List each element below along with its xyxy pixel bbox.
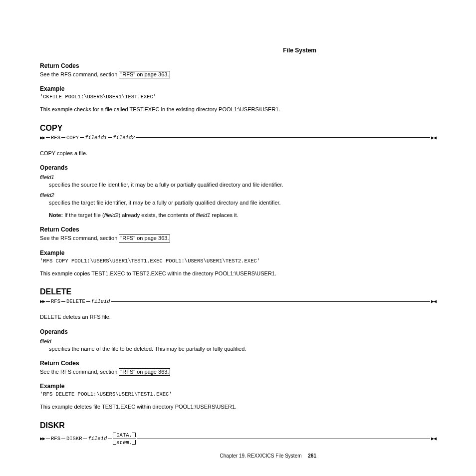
page-number: 261 [308,453,316,459]
return-codes-text: See the RFS command, section "RFS" on pa… [40,368,436,376]
link-rfs-363[interactable]: "RFS" on page 363. [119,368,170,376]
rc-text: See the RFS command, section [40,235,119,241]
return-codes-text: See the RFS command, section "RFS" on pa… [40,235,436,242]
syntax-opt1: DATA. [116,432,132,438]
link-rfs-363[interactable]: "RFS" on page 363. [119,71,170,78]
return-codes-heading: Return Codes [40,62,436,69]
rc-text: See the RFS command, section [40,369,119,375]
delete-desc: DELETE deletes an RFS file. [40,313,436,321]
example-desc: This example copies TEST1.EXEC to TEST2.… [40,270,436,277]
delete-heading: DELETE [40,287,436,296]
example-code: 'CKFILE POOL1:\USERS\USER1\TEST.EXEC' [40,94,436,100]
operand-note: Note: If the target file (fileid2) alrea… [49,212,436,219]
note-op1: fileid1 [196,212,211,218]
operands-list: fileid specifies the name of the file to… [40,338,436,353]
syntax-op2: fileid2 [113,135,135,141]
running-header: File System [283,47,316,54]
return-codes-text: See the RFS command, section "RFS" on pa… [40,71,436,78]
return-codes-heading: Return Codes [40,360,436,367]
example-code: 'RFS DELETE POOL1:\USERS\USER1\TEST1.EXE… [40,391,436,397]
return-codes-heading: Return Codes [40,226,436,233]
operands-heading: Operands [40,328,436,335]
copy-syntax: ▶▶ RFS COPY fileid1 fileid2 ▶◀ [40,135,436,141]
example-desc: This example deletes file TEST1.EXEC wit… [40,403,436,411]
syntax-op1: fileid [88,436,107,442]
content: Return Codes See the RFS command, sectio… [40,62,436,446]
syntax-cmd: DELETE [66,298,85,304]
syntax-opt2: stem. [116,440,132,446]
operand-def: specifies the target file identifier, it… [49,199,436,207]
syntax-options: DATA. stem. [113,432,136,446]
syntax-prefix: RFS [51,436,60,442]
copy-desc: COPY copies a file. [40,150,436,157]
syntax-end-icon: ▶◀ [431,436,436,442]
operand-term: fileid1 [40,174,436,180]
example-heading: Example [40,383,436,390]
operand-term: fileid [40,338,436,344]
syntax-op1: fileid1 [85,135,107,141]
syntax-start-icon: ▶▶ [40,298,45,304]
delete-syntax: ▶▶ RFS DELETE fileid ▶◀ [40,298,436,304]
syntax-end-icon: ▶◀ [431,298,436,304]
note-op2: fileid2 [104,212,119,218]
diskr-syntax: ▶▶ RFS DISKR fileid DATA. stem. [40,432,436,446]
example-code: 'RFS COPY POOL1:\USERS\USER1\TEST1.EXEC … [40,258,436,264]
link-rfs-363[interactable]: "RFS" on page 363. [119,235,170,242]
note-pre: If the target file ( [63,212,104,218]
diskr-heading: DISKR [40,421,436,430]
operands-heading: Operands [40,164,436,171]
example-desc: This example checks for a file called TE… [40,106,436,113]
example-heading: Example [40,85,436,92]
syntax-cmd: DISKR [66,436,82,442]
note-post: replaces it. [210,212,238,218]
syntax-end-icon: ▶◀ [431,135,436,141]
example-heading: Example [40,249,436,256]
syntax-prefix: RFS [51,298,60,304]
footer-chapter: Chapter 19. REXX/CICS File System [220,453,302,459]
syntax-cmd: COPY [66,135,79,141]
operand-def: specifies the name of the file to be del… [49,345,436,353]
note-label: Note: [49,212,63,218]
syntax-start-icon: ▶▶ [40,135,45,141]
page: File System Return Codes See the RFS com… [0,0,476,466]
syntax-start-icon: ▶▶ [40,436,45,442]
rc-text: See the RFS command, section [40,71,119,77]
syntax-prefix: RFS [51,135,60,141]
note-mid: ) already exists, the contents of [118,212,196,218]
page-footer: Chapter 19. REXX/CICS File System 261 [220,453,316,459]
copy-heading: COPY [40,124,436,133]
operand-def: specifies the source file identifier, it… [49,181,436,189]
syntax-op1: fileid [91,298,110,304]
operands-list: fileid1 specifies the source file identi… [40,174,436,219]
operand-term: fileid2 [40,192,436,198]
